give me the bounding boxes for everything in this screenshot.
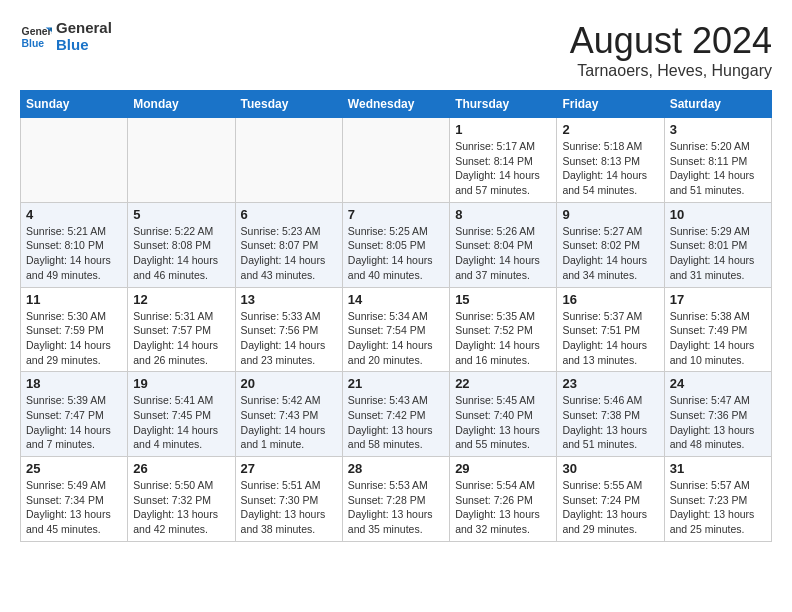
day-info: Sunrise: 5:29 AMSunset: 8:01 PMDaylight:… [670,224,766,283]
day-number: 5 [133,207,229,222]
day-info: Sunrise: 5:45 AMSunset: 7:40 PMDaylight:… [455,393,551,452]
calendar-cell: 26Sunrise: 5:50 AMSunset: 7:32 PMDayligh… [128,457,235,542]
day-number: 14 [348,292,444,307]
calendar-cell [128,118,235,203]
calendar-cell: 30Sunrise: 5:55 AMSunset: 7:24 PMDayligh… [557,457,664,542]
day-number: 16 [562,292,658,307]
day-info: Sunrise: 5:31 AMSunset: 7:57 PMDaylight:… [133,309,229,368]
day-number: 29 [455,461,551,476]
day-number: 7 [348,207,444,222]
day-number: 22 [455,376,551,391]
day-header-thursday: Thursday [450,91,557,118]
day-info: Sunrise: 5:35 AMSunset: 7:52 PMDaylight:… [455,309,551,368]
day-header-monday: Monday [128,91,235,118]
day-header-sunday: Sunday [21,91,128,118]
calendar-cell: 21Sunrise: 5:43 AMSunset: 7:42 PMDayligh… [342,372,449,457]
calendar-cell [21,118,128,203]
calendar-cell: 15Sunrise: 5:35 AMSunset: 7:52 PMDayligh… [450,287,557,372]
logo-icon: General Blue [20,21,52,53]
calendar-cell: 24Sunrise: 5:47 AMSunset: 7:36 PMDayligh… [664,372,771,457]
day-number: 9 [562,207,658,222]
day-info: Sunrise: 5:27 AMSunset: 8:02 PMDaylight:… [562,224,658,283]
day-number: 28 [348,461,444,476]
day-info: Sunrise: 5:18 AMSunset: 8:13 PMDaylight:… [562,139,658,198]
calendar-cell: 13Sunrise: 5:33 AMSunset: 7:56 PMDayligh… [235,287,342,372]
calendar-cell: 3Sunrise: 5:20 AMSunset: 8:11 PMDaylight… [664,118,771,203]
page-header: General Blue General Blue August 2024 Ta… [20,20,772,80]
day-number: 2 [562,122,658,137]
day-number: 31 [670,461,766,476]
calendar-cell: 23Sunrise: 5:46 AMSunset: 7:38 PMDayligh… [557,372,664,457]
calendar-cell: 27Sunrise: 5:51 AMSunset: 7:30 PMDayligh… [235,457,342,542]
logo-text-general: General [56,20,112,37]
calendar-cell: 17Sunrise: 5:38 AMSunset: 7:49 PMDayligh… [664,287,771,372]
logo-text-blue: Blue [56,37,112,54]
calendar-cell: 11Sunrise: 5:30 AMSunset: 7:59 PMDayligh… [21,287,128,372]
calendar-table: SundayMondayTuesdayWednesdayThursdayFrid… [20,90,772,542]
calendar-week-row: 1Sunrise: 5:17 AMSunset: 8:14 PMDaylight… [21,118,772,203]
day-info: Sunrise: 5:43 AMSunset: 7:42 PMDaylight:… [348,393,444,452]
calendar-cell: 8Sunrise: 5:26 AMSunset: 8:04 PMDaylight… [450,202,557,287]
day-number: 26 [133,461,229,476]
calendar-cell: 19Sunrise: 5:41 AMSunset: 7:45 PMDayligh… [128,372,235,457]
day-number: 11 [26,292,122,307]
calendar-cell: 12Sunrise: 5:31 AMSunset: 7:57 PMDayligh… [128,287,235,372]
day-number: 17 [670,292,766,307]
day-number: 10 [670,207,766,222]
day-info: Sunrise: 5:17 AMSunset: 8:14 PMDaylight:… [455,139,551,198]
day-number: 25 [26,461,122,476]
calendar-cell: 18Sunrise: 5:39 AMSunset: 7:47 PMDayligh… [21,372,128,457]
calendar-cell: 22Sunrise: 5:45 AMSunset: 7:40 PMDayligh… [450,372,557,457]
page-subtitle: Tarnaoers, Heves, Hungary [570,62,772,80]
calendar-week-row: 25Sunrise: 5:49 AMSunset: 7:34 PMDayligh… [21,457,772,542]
day-info: Sunrise: 5:34 AMSunset: 7:54 PMDaylight:… [348,309,444,368]
calendar-cell: 16Sunrise: 5:37 AMSunset: 7:51 PMDayligh… [557,287,664,372]
day-info: Sunrise: 5:49 AMSunset: 7:34 PMDaylight:… [26,478,122,537]
day-info: Sunrise: 5:23 AMSunset: 8:07 PMDaylight:… [241,224,337,283]
calendar-cell: 2Sunrise: 5:18 AMSunset: 8:13 PMDaylight… [557,118,664,203]
calendar-cell: 14Sunrise: 5:34 AMSunset: 7:54 PMDayligh… [342,287,449,372]
title-block: August 2024 Tarnaoers, Heves, Hungary [570,20,772,80]
day-info: Sunrise: 5:25 AMSunset: 8:05 PMDaylight:… [348,224,444,283]
day-info: Sunrise: 5:22 AMSunset: 8:08 PMDaylight:… [133,224,229,283]
day-info: Sunrise: 5:30 AMSunset: 7:59 PMDaylight:… [26,309,122,368]
day-number: 1 [455,122,551,137]
calendar-cell: 28Sunrise: 5:53 AMSunset: 7:28 PMDayligh… [342,457,449,542]
day-info: Sunrise: 5:51 AMSunset: 7:30 PMDaylight:… [241,478,337,537]
calendar-cell: 31Sunrise: 5:57 AMSunset: 7:23 PMDayligh… [664,457,771,542]
day-number: 19 [133,376,229,391]
day-header-wednesday: Wednesday [342,91,449,118]
calendar-cell: 5Sunrise: 5:22 AMSunset: 8:08 PMDaylight… [128,202,235,287]
day-info: Sunrise: 5:57 AMSunset: 7:23 PMDaylight:… [670,478,766,537]
day-number: 13 [241,292,337,307]
calendar-cell: 1Sunrise: 5:17 AMSunset: 8:14 PMDaylight… [450,118,557,203]
day-info: Sunrise: 5:55 AMSunset: 7:24 PMDaylight:… [562,478,658,537]
day-number: 4 [26,207,122,222]
day-info: Sunrise: 5:21 AMSunset: 8:10 PMDaylight:… [26,224,122,283]
day-number: 15 [455,292,551,307]
day-info: Sunrise: 5:39 AMSunset: 7:47 PMDaylight:… [26,393,122,452]
day-info: Sunrise: 5:38 AMSunset: 7:49 PMDaylight:… [670,309,766,368]
day-number: 30 [562,461,658,476]
day-header-tuesday: Tuesday [235,91,342,118]
calendar-cell: 7Sunrise: 5:25 AMSunset: 8:05 PMDaylight… [342,202,449,287]
calendar-cell: 29Sunrise: 5:54 AMSunset: 7:26 PMDayligh… [450,457,557,542]
calendar-cell [342,118,449,203]
day-number: 27 [241,461,337,476]
calendar-week-row: 4Sunrise: 5:21 AMSunset: 8:10 PMDaylight… [21,202,772,287]
day-number: 18 [26,376,122,391]
day-number: 21 [348,376,444,391]
day-info: Sunrise: 5:54 AMSunset: 7:26 PMDaylight:… [455,478,551,537]
calendar-cell: 6Sunrise: 5:23 AMSunset: 8:07 PMDaylight… [235,202,342,287]
day-info: Sunrise: 5:37 AMSunset: 7:51 PMDaylight:… [562,309,658,368]
day-number: 20 [241,376,337,391]
day-info: Sunrise: 5:42 AMSunset: 7:43 PMDaylight:… [241,393,337,452]
day-number: 12 [133,292,229,307]
svg-text:Blue: Blue [22,37,45,48]
day-info: Sunrise: 5:53 AMSunset: 7:28 PMDaylight:… [348,478,444,537]
calendar-week-row: 11Sunrise: 5:30 AMSunset: 7:59 PMDayligh… [21,287,772,372]
day-info: Sunrise: 5:33 AMSunset: 7:56 PMDaylight:… [241,309,337,368]
day-number: 3 [670,122,766,137]
day-number: 24 [670,376,766,391]
day-info: Sunrise: 5:50 AMSunset: 7:32 PMDaylight:… [133,478,229,537]
